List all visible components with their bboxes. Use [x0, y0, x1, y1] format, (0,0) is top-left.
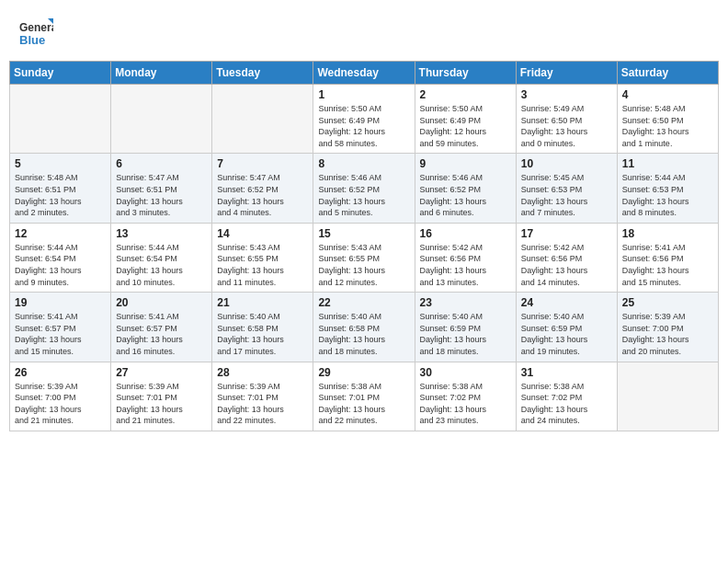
day-info: Sunrise: 5:40 AM Sunset: 6:58 PM Dayligh…	[318, 311, 409, 357]
svg-text:General: General	[19, 21, 53, 34]
logo-svg: General Blue	[18, 17, 53, 52]
calendar-cell: 31Sunrise: 5:38 AM Sunset: 7:02 PM Dayli…	[516, 362, 617, 431]
calendar-cell: 28Sunrise: 5:39 AM Sunset: 7:01 PM Dayli…	[212, 362, 313, 431]
day-info: Sunrise: 5:41 AM Sunset: 6:57 PM Dayligh…	[15, 311, 106, 357]
weekday-header-friday: Friday	[516, 62, 617, 85]
day-info: Sunrise: 5:42 AM Sunset: 6:56 PM Dayligh…	[420, 242, 511, 288]
calendar-cell: 13Sunrise: 5:44 AM Sunset: 6:54 PM Dayli…	[111, 223, 212, 292]
day-info: Sunrise: 5:39 AM Sunset: 7:00 PM Dayligh…	[622, 311, 713, 357]
day-info: Sunrise: 5:39 AM Sunset: 7:00 PM Dayligh…	[15, 381, 106, 427]
calendar-cell: 8Sunrise: 5:46 AM Sunset: 6:52 PM Daylig…	[313, 154, 415, 223]
day-number: 25	[622, 296, 713, 309]
day-number: 5	[15, 157, 106, 170]
day-number: 15	[318, 227, 409, 240]
calendar-week-row: 1Sunrise: 5:50 AM Sunset: 6:49 PM Daylig…	[10, 85, 719, 154]
calendar-cell: 22Sunrise: 5:40 AM Sunset: 6:58 PM Dayli…	[313, 293, 415, 362]
calendar-cell: 23Sunrise: 5:40 AM Sunset: 6:59 PM Dayli…	[415, 293, 516, 362]
weekday-header-sunday: Sunday	[10, 62, 111, 85]
day-info: Sunrise: 5:43 AM Sunset: 6:55 PM Dayligh…	[318, 242, 409, 288]
day-info: Sunrise: 5:50 AM Sunset: 6:49 PM Dayligh…	[318, 103, 409, 149]
day-number: 8	[318, 157, 409, 170]
page-header: General Blue	[9, 9, 719, 55]
weekday-header-monday: Monday	[111, 62, 212, 85]
calendar-cell: 26Sunrise: 5:39 AM Sunset: 7:00 PM Dayli…	[10, 362, 111, 431]
day-info: Sunrise: 5:38 AM Sunset: 7:02 PM Dayligh…	[521, 381, 612, 427]
calendar-cell: 12Sunrise: 5:44 AM Sunset: 6:54 PM Dayli…	[10, 223, 111, 292]
day-info: Sunrise: 5:38 AM Sunset: 7:01 PM Dayligh…	[318, 381, 409, 427]
day-number: 29	[318, 366, 409, 379]
day-info: Sunrise: 5:41 AM Sunset: 6:56 PM Dayligh…	[622, 242, 713, 288]
day-info: Sunrise: 5:41 AM Sunset: 6:57 PM Dayligh…	[116, 311, 207, 357]
calendar-cell: 20Sunrise: 5:41 AM Sunset: 6:57 PM Dayli…	[111, 293, 212, 362]
calendar-week-row: 26Sunrise: 5:39 AM Sunset: 7:00 PM Dayli…	[10, 362, 719, 431]
day-info: Sunrise: 5:42 AM Sunset: 6:56 PM Dayligh…	[521, 242, 612, 288]
calendar-cell: 10Sunrise: 5:45 AM Sunset: 6:53 PM Dayli…	[516, 154, 617, 223]
calendar-week-row: 19Sunrise: 5:41 AM Sunset: 6:57 PM Dayli…	[10, 293, 719, 362]
day-info: Sunrise: 5:39 AM Sunset: 7:01 PM Dayligh…	[217, 381, 308, 427]
calendar-cell	[10, 85, 111, 154]
day-info: Sunrise: 5:47 AM Sunset: 6:52 PM Dayligh…	[217, 172, 308, 218]
day-number: 24	[521, 296, 612, 309]
day-number: 11	[622, 157, 713, 170]
day-number: 21	[217, 296, 308, 309]
day-number: 6	[116, 157, 207, 170]
calendar-cell: 14Sunrise: 5:43 AM Sunset: 6:55 PM Dayli…	[212, 223, 313, 292]
calendar-cell: 21Sunrise: 5:40 AM Sunset: 6:58 PM Dayli…	[212, 293, 313, 362]
day-info: Sunrise: 5:44 AM Sunset: 6:54 PM Dayligh…	[116, 242, 207, 288]
logo: General Blue	[18, 17, 53, 52]
calendar-cell: 30Sunrise: 5:38 AM Sunset: 7:02 PM Dayli…	[415, 362, 516, 431]
calendar-cell: 11Sunrise: 5:44 AM Sunset: 6:53 PM Dayli…	[617, 154, 718, 223]
day-number: 26	[15, 366, 106, 379]
day-number: 20	[116, 296, 207, 309]
calendar-cell: 17Sunrise: 5:42 AM Sunset: 6:56 PM Dayli…	[516, 223, 617, 292]
day-info: Sunrise: 5:40 AM Sunset: 6:59 PM Dayligh…	[420, 311, 511, 357]
day-number: 19	[15, 296, 106, 309]
day-info: Sunrise: 5:39 AM Sunset: 7:01 PM Dayligh…	[116, 381, 207, 427]
calendar-cell	[617, 362, 718, 431]
calendar-cell: 18Sunrise: 5:41 AM Sunset: 6:56 PM Dayli…	[617, 223, 718, 292]
day-info: Sunrise: 5:49 AM Sunset: 6:50 PM Dayligh…	[521, 103, 612, 149]
day-number: 3	[521, 88, 612, 101]
day-info: Sunrise: 5:43 AM Sunset: 6:55 PM Dayligh…	[217, 242, 308, 288]
day-number: 14	[217, 227, 308, 240]
day-number: 7	[217, 157, 308, 170]
calendar-cell: 29Sunrise: 5:38 AM Sunset: 7:01 PM Dayli…	[313, 362, 415, 431]
day-info: Sunrise: 5:40 AM Sunset: 6:58 PM Dayligh…	[217, 311, 308, 357]
day-info: Sunrise: 5:48 AM Sunset: 6:51 PM Dayligh…	[15, 172, 106, 218]
day-number: 12	[15, 227, 106, 240]
calendar-cell: 9Sunrise: 5:46 AM Sunset: 6:52 PM Daylig…	[415, 154, 516, 223]
calendar-week-row: 12Sunrise: 5:44 AM Sunset: 6:54 PM Dayli…	[10, 223, 719, 292]
calendar-cell: 7Sunrise: 5:47 AM Sunset: 6:52 PM Daylig…	[212, 154, 313, 223]
day-number: 31	[521, 366, 612, 379]
day-info: Sunrise: 5:50 AM Sunset: 6:49 PM Dayligh…	[420, 103, 511, 149]
day-number: 23	[420, 296, 511, 309]
calendar-header-row: SundayMondayTuesdayWednesdayThursdayFrid…	[10, 62, 719, 85]
day-info: Sunrise: 5:38 AM Sunset: 7:02 PM Dayligh…	[420, 381, 511, 427]
calendar-cell: 15Sunrise: 5:43 AM Sunset: 6:55 PM Dayli…	[313, 223, 415, 292]
calendar-cell: 16Sunrise: 5:42 AM Sunset: 6:56 PM Dayli…	[415, 223, 516, 292]
day-number: 2	[420, 88, 511, 101]
calendar-cell: 6Sunrise: 5:47 AM Sunset: 6:51 PM Daylig…	[111, 154, 212, 223]
calendar-cell: 25Sunrise: 5:39 AM Sunset: 7:00 PM Dayli…	[617, 293, 718, 362]
day-number: 27	[116, 366, 207, 379]
day-number: 13	[116, 227, 207, 240]
day-number: 10	[521, 157, 612, 170]
day-number: 17	[521, 227, 612, 240]
day-info: Sunrise: 5:44 AM Sunset: 6:54 PM Dayligh…	[15, 242, 106, 288]
calendar-table: SundayMondayTuesdayWednesdayThursdayFrid…	[9, 61, 719, 431]
calendar-cell: 27Sunrise: 5:39 AM Sunset: 7:01 PM Dayli…	[111, 362, 212, 431]
calendar-cell: 2Sunrise: 5:50 AM Sunset: 6:49 PM Daylig…	[415, 85, 516, 154]
day-info: Sunrise: 5:46 AM Sunset: 6:52 PM Dayligh…	[318, 172, 409, 218]
day-info: Sunrise: 5:45 AM Sunset: 6:53 PM Dayligh…	[521, 172, 612, 218]
weekday-header-saturday: Saturday	[617, 62, 718, 85]
weekday-header-thursday: Thursday	[415, 62, 516, 85]
calendar-cell: 24Sunrise: 5:40 AM Sunset: 6:59 PM Dayli…	[516, 293, 617, 362]
calendar-cell: 5Sunrise: 5:48 AM Sunset: 6:51 PM Daylig…	[10, 154, 111, 223]
weekday-header-wednesday: Wednesday	[313, 62, 415, 85]
calendar-cell: 19Sunrise: 5:41 AM Sunset: 6:57 PM Dayli…	[10, 293, 111, 362]
day-number: 9	[420, 157, 511, 170]
calendar-cell	[111, 85, 212, 154]
day-number: 22	[318, 296, 409, 309]
calendar-cell: 4Sunrise: 5:48 AM Sunset: 6:50 PM Daylig…	[617, 85, 718, 154]
calendar-week-row: 5Sunrise: 5:48 AM Sunset: 6:51 PM Daylig…	[10, 154, 719, 223]
